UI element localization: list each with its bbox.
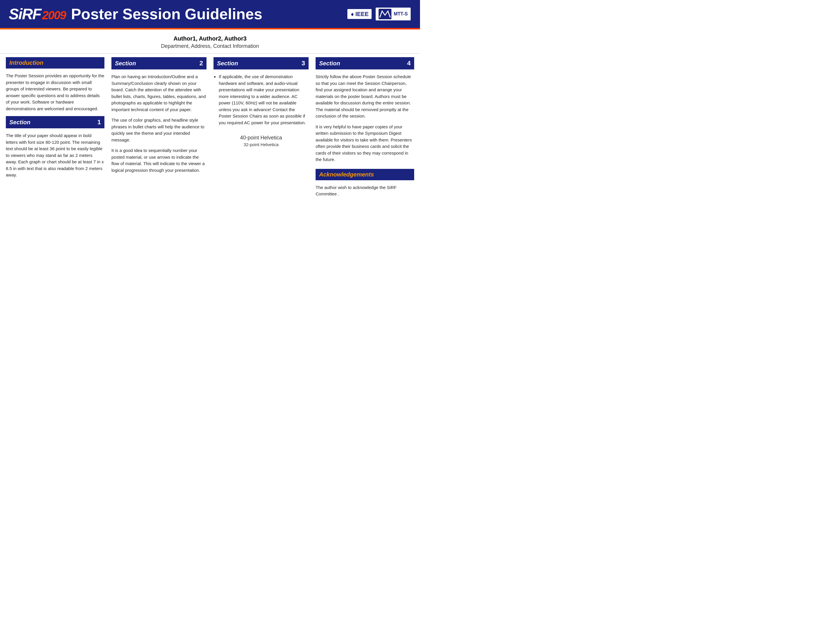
section-1-header: Section 1 — [6, 116, 104, 128]
column-4: Section 4 Strictly follow the above Post… — [312, 57, 414, 202]
font-sample-40: 40-point Helvetica — [213, 135, 309, 141]
section-1-number: 1 — [98, 118, 101, 126]
section-4-para-1: Strictly follow the above Poster Session… — [316, 74, 414, 120]
section-2-title: Section — [115, 60, 136, 67]
main-content: Introduction The Poster Session provides… — [0, 57, 420, 207]
header-logos: ⬧ IEEE MTT-S — [347, 7, 411, 21]
ack-title: Acknowledgements — [319, 171, 374, 178]
column-3: Section 3 If applicable, the use of demo… — [210, 57, 312, 202]
font-sample-32: 32-point Helvetica — [213, 142, 309, 147]
ack-paragraph: The author wish to acknowledge the SiRF … — [316, 184, 414, 197]
section-2-para-3: It is a good idea to sequentially number… — [111, 147, 207, 174]
sirf-text: SiRF — [9, 6, 41, 22]
column-2: Section 2 Plan on having an Introduction… — [108, 57, 210, 202]
page-header: SiRF2009 Poster Session Guidelines ⬧ IEE… — [0, 0, 420, 28]
section-2-para-1: Plan on having an Introduction/Outline a… — [111, 74, 207, 113]
font-samples: 40-point Helvetica 32-point Helvetica — [213, 135, 309, 147]
section-4-number: 4 — [407, 60, 411, 67]
intro-paragraph: The Poster Session provides an opportuni… — [6, 73, 104, 112]
ack-header: Acknowledgements — [316, 169, 414, 180]
section-4-title: Section — [319, 60, 340, 67]
ieee-label: IEEE — [355, 11, 369, 17]
svg-rect-0 — [379, 9, 392, 19]
section-2-header: Section 2 — [111, 57, 207, 69]
section-3-bullet-1: If applicable, the use of demonstration … — [219, 74, 309, 126]
year-label: 2009 — [42, 9, 66, 22]
sirf-logo: SiRF2009 — [9, 5, 66, 23]
section-3-header: Section 3 — [213, 57, 309, 69]
mtt-logo-icon — [379, 9, 392, 19]
ieee-badge: ⬧ IEEE — [347, 8, 372, 19]
header-branding: SiRF2009 Poster Session Guidelines — [9, 5, 262, 23]
section-3-number: 3 — [302, 60, 305, 67]
authors-affiliation: Department, Address, Contact Information — [0, 43, 420, 49]
mtt-label: MTT-S — [394, 11, 408, 17]
intro-section-header: Introduction — [6, 57, 104, 68]
authors-names: Author1, Author2, Author3 — [0, 35, 420, 42]
mtt-badge: MTT-S — [375, 7, 411, 21]
section-3-bullets: If applicable, the use of demonstration … — [213, 74, 309, 126]
section-1-title: Section — [9, 119, 30, 126]
header-title: Poster Session Guidelines — [71, 5, 262, 23]
section-4-para-2: It is very helpful to have paper copies … — [316, 124, 414, 163]
section-2-para-2: The use of color graphics, and headline … — [111, 117, 207, 143]
column-1: Introduction The Poster Session provides… — [6, 57, 108, 202]
section-4-header: Section 4 — [316, 57, 414, 69]
section-3-title: Section — [217, 60, 238, 67]
intro-title: Introduction — [9, 60, 43, 66]
acknowledgements-section: Acknowledgements The author wish to ackn… — [316, 169, 414, 197]
diamond-icon: ⬧ — [350, 10, 354, 18]
section-1-paragraph: The title of your paper should appear in… — [6, 133, 104, 178]
authors-section: Author1, Author2, Author3 Department, Ad… — [0, 30, 420, 54]
section-2-number: 2 — [199, 60, 203, 67]
